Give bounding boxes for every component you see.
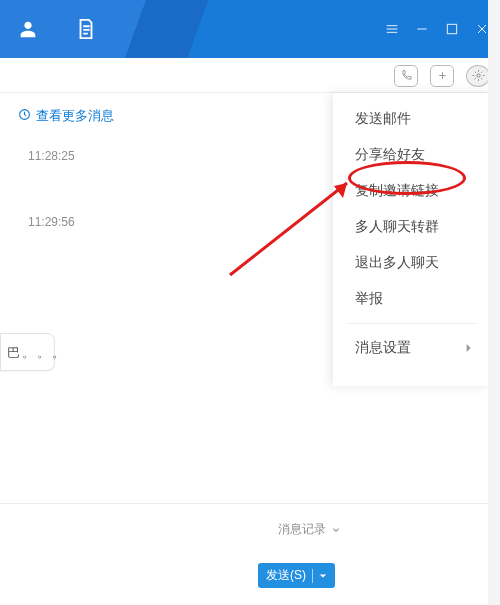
- svg-rect-0: [447, 24, 456, 33]
- send-button[interactable]: 发送(S): [258, 563, 335, 588]
- menu-item-report[interactable]: 举报: [333, 281, 491, 317]
- settings-dropdown-menu: 发送邮件 分享给好友 复制邀请链接 多人聊天转群 退出多人聊天 举报 消息设置: [333, 93, 491, 386]
- vertical-scrollbar[interactable]: [488, 0, 500, 605]
- chevron-right-icon: [465, 343, 473, 353]
- document-icon[interactable]: [68, 11, 104, 47]
- menu-item-message-settings[interactable]: 消息设置: [333, 330, 491, 366]
- settings-button[interactable]: [466, 65, 490, 87]
- send-button-label: 发送(S): [266, 567, 306, 584]
- menu-item-send-mail[interactable]: 发送邮件: [333, 101, 491, 137]
- contacts-icon[interactable]: [10, 11, 46, 47]
- chevron-down-icon: [332, 526, 340, 534]
- menu-item-share-friend[interactable]: 分享给好友: [333, 137, 491, 173]
- divider: [0, 503, 500, 504]
- chevron-down-icon: [319, 572, 327, 580]
- message-history-link[interactable]: 消息记录: [278, 521, 340, 538]
- call-button[interactable]: [394, 65, 418, 87]
- message-text: 巴。。。: [7, 345, 67, 360]
- add-button[interactable]: [430, 65, 454, 87]
- chat-toolbar: [0, 58, 500, 93]
- message-history-label: 消息记录: [278, 521, 326, 538]
- clock-icon: [18, 108, 31, 124]
- menu-item-exit-multichat[interactable]: 退出多人聊天: [333, 245, 491, 281]
- view-more-messages-label: 查看更多消息: [36, 107, 114, 125]
- menu-item-copy-invite-link[interactable]: 复制邀请链接: [333, 173, 491, 209]
- divider: [312, 569, 313, 583]
- maximize-button[interactable]: [442, 19, 462, 39]
- menu-icon[interactable]: [382, 19, 402, 39]
- titlebar: [0, 0, 500, 58]
- window-controls: [382, 0, 492, 58]
- svg-point-1: [476, 74, 479, 77]
- minimize-button[interactable]: [412, 19, 432, 39]
- menu-item-convert-group[interactable]: 多人聊天转群: [333, 209, 491, 245]
- message-bubble: 巴。。。: [0, 333, 55, 371]
- menu-divider: [347, 323, 477, 324]
